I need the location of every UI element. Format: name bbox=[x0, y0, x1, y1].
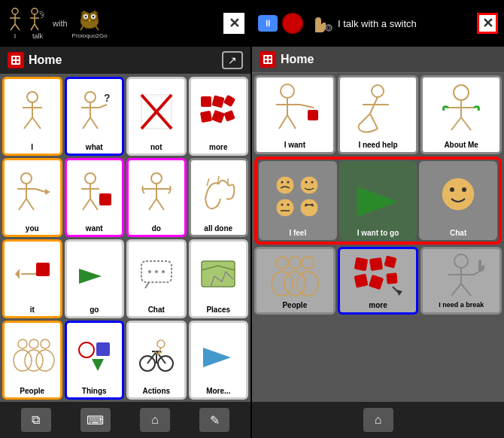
cell-places[interactable]: Places bbox=[189, 239, 249, 318]
svg-hand bbox=[308, 11, 332, 35]
svg-rect-17 bbox=[13, 57, 15, 59]
cell-i-want-go[interactable]: I want to go bbox=[339, 161, 417, 240]
cell-i-need-help[interactable]: I need help bbox=[338, 75, 419, 154]
svg-rect-36 bbox=[201, 96, 211, 107]
cell-want[interactable]: want bbox=[65, 158, 125, 237]
svg-rect-19 bbox=[13, 61, 15, 63]
cell-label-more2: More... bbox=[206, 387, 230, 395]
figure-more-r bbox=[354, 255, 402, 297]
svg-owl bbox=[77, 8, 102, 32]
cell-img-places bbox=[193, 244, 244, 304]
cell-img-i-want bbox=[259, 81, 331, 139]
cell-all-done[interactable]: all done bbox=[189, 158, 249, 237]
close-button-left[interactable]: ✕ bbox=[223, 13, 244, 34]
label-with: with bbox=[53, 19, 68, 28]
cell-it[interactable]: it bbox=[2, 239, 62, 318]
svg-point-73 bbox=[29, 339, 38, 348]
close-button-right[interactable]: ✕ bbox=[477, 13, 498, 34]
cell-i-need-break[interactable]: I need a break bbox=[421, 247, 502, 315]
right-bottom-row: People more bbox=[254, 247, 502, 315]
cell-more[interactable]: more bbox=[189, 77, 249, 156]
red-circle[interactable] bbox=[282, 13, 303, 34]
svg-line-31 bbox=[99, 105, 107, 108]
cell-I[interactable]: I bbox=[2, 77, 62, 156]
cell-people[interactable]: People bbox=[2, 321, 62, 400]
cell-what[interactable]: ? what bbox=[65, 77, 125, 156]
svg-rect-95 bbox=[265, 56, 267, 59]
cell-about-me[interactable]: About Me bbox=[421, 75, 502, 154]
figure-people-r bbox=[269, 254, 321, 299]
svg-talk bbox=[27, 8, 48, 32]
svg-line-114 bbox=[451, 117, 461, 130]
svg-line-24 bbox=[24, 117, 32, 129]
svg-point-120 bbox=[305, 181, 307, 183]
home-icon-left bbox=[8, 52, 24, 68]
toolbar-btn-grid[interactable]: ⧉ bbox=[21, 408, 51, 432]
cell-img-people-r bbox=[259, 252, 331, 300]
svg-rect-38 bbox=[200, 111, 212, 123]
svg-rect-71 bbox=[202, 261, 235, 287]
cell-img-people bbox=[7, 325, 58, 385]
cell-img-go bbox=[69, 244, 120, 304]
toolbar-btn-keyboard[interactable]: ⌨ bbox=[80, 408, 111, 432]
red-border-group: I feel I want to go bbox=[254, 157, 502, 245]
cell-i-feel[interactable]: I feel bbox=[259, 161, 337, 240]
svg-point-124 bbox=[281, 203, 283, 205]
home-icon-right bbox=[260, 51, 276, 68]
svg-point-99 bbox=[281, 84, 294, 98]
toolbar-btn-edit[interactable]: ✎ bbox=[199, 408, 229, 432]
cell-chat-r[interactable]: Chat bbox=[419, 161, 497, 240]
cell-more2[interactable]: More... bbox=[189, 321, 249, 400]
svg-point-127 bbox=[305, 203, 307, 205]
cell-label-not: not bbox=[150, 143, 162, 151]
label-proloquo: Proloquo2Go bbox=[72, 32, 108, 39]
svg-point-70 bbox=[162, 270, 165, 273]
label-talk: talk bbox=[32, 32, 43, 40]
svg-marker-64 bbox=[15, 269, 20, 279]
share-button[interactable]: ↗ bbox=[222, 51, 243, 69]
bottom-bar-left: ⧉ ⌨ ⌂ ✎ bbox=[0, 402, 250, 438]
cell-img-I bbox=[7, 81, 58, 141]
home-title-left: Home bbox=[8, 52, 62, 68]
cell-label-people: People bbox=[20, 387, 44, 395]
svg-point-72 bbox=[18, 339, 27, 348]
svg-point-68 bbox=[148, 270, 151, 273]
cell-label-i-feel: I feel bbox=[289, 229, 306, 237]
cell-i-want[interactable]: I want bbox=[254, 75, 335, 154]
cell-actions[interactable]: Actions bbox=[126, 321, 187, 400]
svg-marker-66 bbox=[79, 269, 102, 284]
svg-rect-79 bbox=[96, 342, 110, 356]
figure-actions bbox=[135, 336, 177, 374]
svg-point-119 bbox=[300, 176, 318, 194]
cell-img-do bbox=[131, 163, 182, 223]
cell-not[interactable]: not bbox=[126, 77, 187, 156]
bottom-bar-right: ⌂ bbox=[252, 402, 504, 438]
cell-chat[interactable]: Chat bbox=[126, 239, 187, 318]
figure-what: ? bbox=[75, 91, 113, 132]
svg-rect-140 bbox=[369, 257, 383, 271]
home-label-right: Home bbox=[281, 53, 314, 66]
figure-chat-r bbox=[432, 172, 484, 221]
svg-point-5 bbox=[32, 8, 38, 14]
cell-img-not bbox=[131, 81, 182, 141]
svg-point-74 bbox=[41, 339, 50, 348]
pause-button[interactable]: ⏸ bbox=[258, 15, 278, 32]
cell-people-r[interactable]: People bbox=[254, 247, 335, 315]
cell-do[interactable]: do bbox=[126, 158, 187, 237]
cell-img-what: ? bbox=[69, 81, 120, 141]
svg-point-93 bbox=[327, 26, 330, 29]
cell-more-r[interactable]: more bbox=[338, 247, 419, 315]
top-text-right: I talk with a switch bbox=[338, 18, 417, 29]
figure-things bbox=[75, 336, 113, 374]
cell-go[interactable]: go bbox=[65, 239, 125, 318]
cell-img-i-need-help bbox=[342, 81, 414, 139]
left-panel: I talk with bbox=[0, 0, 252, 438]
cell-label-you: you bbox=[26, 224, 39, 233]
cell-label-all-done: all done bbox=[204, 224, 232, 233]
cell-you[interactable]: you bbox=[2, 158, 62, 237]
toolbar-btn-home-right[interactable]: ⌂ bbox=[363, 408, 393, 432]
figure-it bbox=[14, 255, 51, 293]
svg-rect-143 bbox=[369, 275, 384, 290]
toolbar-btn-home[interactable]: ⌂ bbox=[140, 408, 170, 432]
cell-things[interactable]: Things bbox=[65, 321, 125, 400]
